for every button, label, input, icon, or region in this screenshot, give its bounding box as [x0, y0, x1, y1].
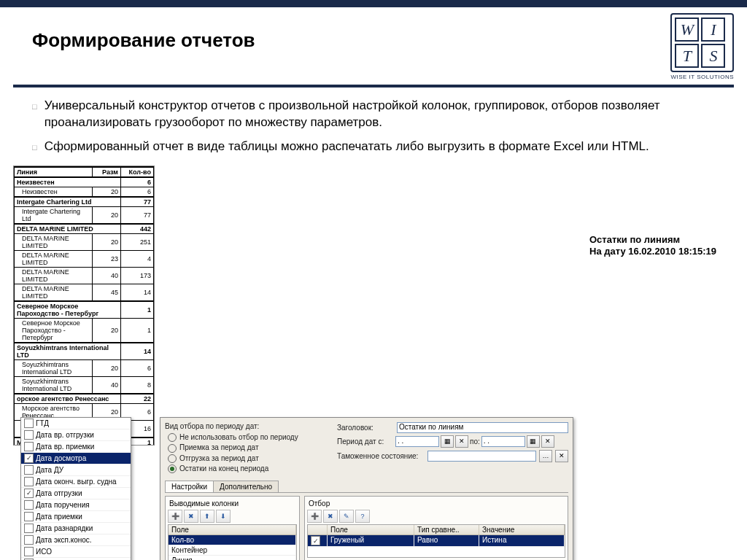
field-item[interactable]: ✓Дата отгрузки — [21, 488, 131, 499]
radio-icon[interactable] — [168, 433, 177, 442]
checkbox-icon[interactable] — [24, 512, 34, 521]
header-label: Заголовок: — [337, 424, 394, 432]
add-icon[interactable]: ➕ — [168, 510, 182, 523]
radio-option[interactable]: Не использовать отбор по периоду — [168, 433, 322, 442]
radio-icon[interactable] — [168, 454, 177, 463]
report-group-row: Soyuzkhimtrans International LTD14 — [15, 343, 154, 360]
radio-icon[interactable] — [168, 444, 177, 453]
logo-subtitle: WISE IT SOLUTIONS — [670, 74, 734, 80]
report-data-row: Северное Морское Пароходство - Петербург… — [15, 318, 154, 343]
add-icon[interactable]: ➕ — [307, 510, 322, 523]
logo-letter: S — [701, 44, 725, 68]
field-label: ИСО — [36, 548, 52, 556]
tab-additional[interactable]: Дополнительно — [213, 481, 279, 492]
radio-option[interactable]: Отгрузка за период дат — [168, 454, 322, 463]
checkbox-icon[interactable] — [24, 419, 34, 428]
report-data-row: DELTA MARINE LIMITED234 — [15, 250, 154, 267]
field-label: Дата оконч. выгр. судна — [36, 478, 117, 486]
filter-grid[interactable]: Поле Тип сравне.. Значение ✓ Груженый Ра… — [307, 524, 565, 558]
date-to-picker-icon[interactable]: ▦ — [527, 435, 540, 448]
bullet-text: Сформированный отчет в виде таблицы можн… — [44, 139, 649, 155]
checkbox-icon[interactable] — [24, 535, 34, 545]
logo-letter: T — [675, 44, 699, 68]
logo-letter: I — [701, 18, 725, 42]
field-label: Дата разнарядки — [36, 524, 93, 532]
checkbox-icon[interactable] — [24, 547, 34, 556]
field-item[interactable]: ГТД — [21, 418, 131, 429]
radio-label: Отгрузка за период дат — [179, 454, 259, 462]
report-header: Линия — [15, 167, 93, 177]
report-data-row: Soyuzkhimtrans International LTD408 — [15, 376, 154, 394]
report-data-row: DELTA MARINE LIMITED4514 — [15, 284, 154, 301]
field-label: Дата вр. отгрузки — [36, 431, 94, 439]
radio-label: Остатки на конец периода — [179, 464, 268, 472]
radio-icon[interactable] — [168, 464, 177, 473]
checkbox-icon[interactable] — [24, 430, 34, 440]
field-item[interactable]: Дата оконч. выгр. судна — [21, 476, 131, 488]
column-row[interactable]: Контейнер — [169, 545, 296, 556]
field-label: Дата приемки — [36, 513, 82, 521]
report-data-row: Intergate Chartering Ltd2077 — [15, 206, 154, 224]
checkbox-icon[interactable]: ✓ — [24, 454, 34, 463]
column-row[interactable]: Кол-во — [169, 535, 296, 545]
column-row[interactable]: Линия — [169, 556, 296, 560]
checkbox-icon[interactable] — [24, 442, 34, 451]
move-up-icon[interactable]: ⬆ — [200, 510, 214, 523]
period-type-label: Вид отбора по периоду дат: — [165, 422, 325, 430]
report-data-row: DELTA MARINE LIMITED40173 — [15, 267, 154, 284]
report-group-row: Северное Морское Пароходство - Петербург… — [15, 301, 154, 319]
checkbox-icon[interactable] — [24, 524, 34, 533]
tab-settings[interactable]: Настройки — [165, 481, 214, 492]
column-header: Тип сравне.. — [414, 525, 479, 534]
filter-row[interactable]: ✓ Груженый Равно Истина — [308, 535, 565, 547]
report-settings-panel: Вид отбора по периоду дат: Не использова… — [160, 417, 573, 560]
field-item[interactable]: Дата приемки — [21, 511, 131, 523]
header-input[interactable]: Остатки по линиям — [397, 422, 568, 433]
delete-icon[interactable]: ✖ — [323, 510, 338, 523]
move-down-icon[interactable]: ⬇ — [216, 510, 231, 523]
checkbox-icon[interactable]: ✓ — [311, 536, 320, 545]
date-from-input[interactable]: . . — [395, 436, 439, 447]
clear-icon[interactable]: ✕ — [455, 435, 468, 448]
field-item[interactable]: Дата ДУ — [21, 464, 131, 476]
logo-letter: W — [675, 18, 699, 42]
date-to-label: по: — [470, 438, 480, 446]
field-item[interactable]: ✓Дата досмотра — [21, 453, 131, 464]
report-group-row: орское агентство Ренессанс22 — [15, 394, 154, 404]
checkbox-icon[interactable] — [24, 465, 34, 475]
bullet-text: Универсальный конструктор отчетов с прои… — [44, 98, 715, 131]
radio-option[interactable]: Остатки на конец периода — [168, 464, 322, 473]
report-header: Кол-во — [121, 167, 154, 177]
field-item[interactable]: Дата эксп.конос. — [21, 534, 131, 546]
field-item[interactable]: Дата вр. приемки — [21, 441, 131, 453]
column-header: Поле — [169, 525, 296, 534]
customs-status-input[interactable] — [427, 451, 536, 462]
slide-title: Формирование отчетов — [13, 13, 255, 56]
checkbox-icon[interactable] — [24, 477, 34, 486]
field-label: Дата отгрузки — [36, 489, 82, 497]
date-from-picker-icon[interactable]: ▦ — [441, 435, 454, 448]
clear-icon[interactable]: ✕ — [541, 435, 554, 448]
radio-label: Не использовать отбор по периоду — [179, 433, 298, 441]
field-item[interactable]: Дата вр. отгрузки — [21, 429, 131, 441]
checkbox-icon[interactable] — [24, 500, 34, 510]
checkbox-icon[interactable]: ✓ — [24, 489, 34, 498]
bullet-icon: □ — [32, 101, 37, 131]
columns-grid[interactable]: Поле Кол-воКонтейнерЛинияРазмРазнарядка — [168, 524, 297, 560]
field-item[interactable]: Дата разнарядки — [21, 523, 131, 534]
delete-icon[interactable]: ✖ — [184, 510, 198, 523]
column-header: Значение — [479, 525, 565, 534]
date-to-input[interactable]: . . — [481, 436, 525, 447]
field-label: ГТД — [36, 419, 49, 427]
column-header: Поле — [328, 525, 414, 534]
help-icon[interactable]: ? — [355, 510, 370, 523]
field-item[interactable]: Дата поручения — [21, 499, 131, 511]
field-checklist-panel[interactable]: ГТДДата вр. отгрузкиДата вр. приемки✓Дат… — [20, 417, 131, 560]
dropdown-icon[interactable]: … — [539, 450, 552, 462]
report-group-row: Неизвестен6 — [15, 177, 154, 187]
edit-icon[interactable]: ✎ — [339, 510, 354, 523]
column-header — [308, 525, 328, 534]
field-item[interactable]: ИСО — [21, 546, 131, 558]
clear-icon[interactable]: ✕ — [555, 450, 568, 462]
radio-option[interactable]: Приемка за период дат — [168, 443, 322, 452]
